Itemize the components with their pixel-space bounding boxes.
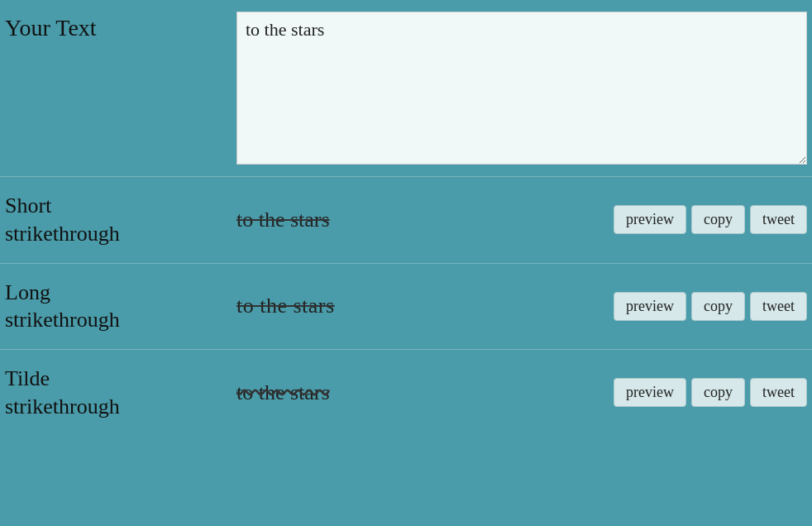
long-strikethrough-row: Long strikethrough to the stars preview …: [0, 263, 812, 350]
long-copy-button[interactable]: copy: [691, 292, 745, 321]
text-input[interactable]: to the stars: [236, 12, 807, 165]
long-tweet-button[interactable]: tweet: [750, 292, 807, 321]
long-strikethrough-text: to the stars: [236, 294, 614, 318]
short-strikethrough-row: Short strikethrough to the stars preview…: [0, 176, 812, 263]
tilde-action-buttons: preview copy tweet: [614, 378, 807, 407]
input-row: Your Text to the stars: [0, 0, 812, 176]
short-strikethrough-text: to the stars: [236, 208, 614, 232]
long-strikethrough-label: Long strikethrough: [5, 279, 236, 335]
input-label: Your Text: [5, 12, 236, 41]
short-strikethrough-label: Short strikethrough: [5, 192, 236, 248]
short-preview-button[interactable]: preview: [614, 205, 686, 234]
tilde-copy-button[interactable]: copy: [691, 378, 745, 407]
page-container: Your Text to the stars Short strikethrou…: [0, 0, 812, 526]
tilde-strikethrough-row: Tilde strikethrough to the stars preview…: [0, 349, 812, 436]
tilde-strikethrough-text: to the stars: [236, 380, 614, 405]
tilde-strikethrough-label: Tilde strikethrough: [5, 365, 236, 421]
short-action-buttons: preview copy tweet: [614, 205, 807, 234]
short-copy-button[interactable]: copy: [691, 205, 745, 234]
long-preview-button[interactable]: preview: [614, 292, 686, 321]
long-action-buttons: preview copy tweet: [614, 292, 807, 321]
short-tweet-button[interactable]: tweet: [750, 205, 807, 234]
tilde-preview-button[interactable]: preview: [614, 378, 686, 407]
tilde-tweet-button[interactable]: tweet: [750, 378, 807, 407]
